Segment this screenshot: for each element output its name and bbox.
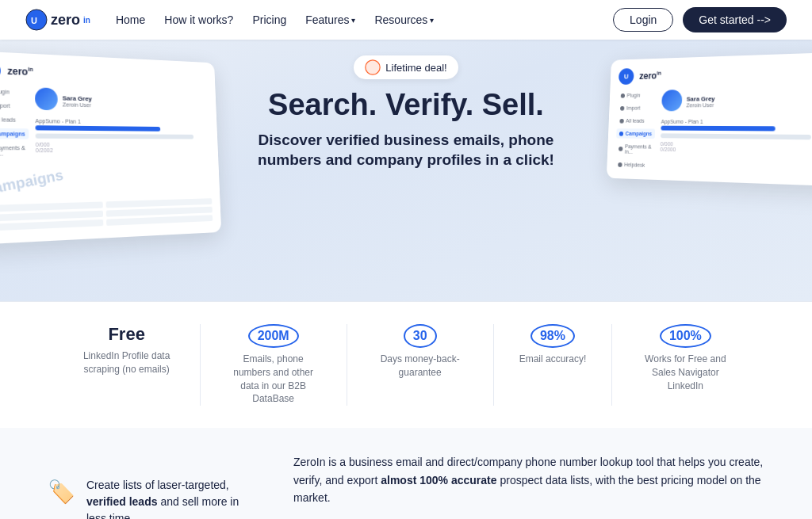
lifetime-badge: 🎯 Lifetime deal! (354, 55, 458, 79)
hero-title: Search. Verify. Sell. (16, 89, 796, 122)
stat-value-200m: 200M (226, 324, 321, 348)
stat-label-free: LinkedIn Profile data scraping (no email… (79, 349, 174, 376)
get-started-button[interactable]: Get started --> (683, 7, 787, 32)
desc-right: ZeroIn is a business email and direct/co… (293, 453, 764, 519)
logo[interactable]: U zeroin (25, 9, 90, 31)
stat-30: 30 Days money-back-guarantee (347, 324, 494, 406)
nav-pricing[interactable]: Pricing (252, 13, 286, 26)
svg-text:U: U (31, 16, 37, 25)
hero-section: U zeroin Plugin Import All leads Campaig… (0, 40, 812, 301)
stat-value-98: 98% (519, 324, 587, 348)
stat-98: 98% Email accuracy! (494, 324, 613, 406)
nav-features[interactable]: Features ▾ (305, 13, 355, 26)
stat-label-100: Works for Free and Sales Navigator Linke… (638, 353, 733, 392)
stat-100: 100% Works for Free and Sales Navigator … (612, 324, 758, 406)
hero-subtitle: Discover verified business emails, phone… (216, 130, 596, 170)
nav-resources[interactable]: Resources ▾ (374, 13, 434, 26)
stat-200m: 200M Emails, phone numbers and other dat… (201, 324, 347, 406)
tag-icon: 🏷️ (48, 479, 75, 505)
nav-how-it-works[interactable]: How it works? (164, 13, 233, 26)
nav-actions: Login Get started --> (613, 7, 787, 32)
stat-label-30: Days money-back-guarantee (373, 353, 468, 380)
nav-home[interactable]: Home (116, 13, 145, 26)
nav-links: Home How it works? Pricing Features ▾ Re… (116, 13, 588, 26)
chevron-down-icon: ▾ (430, 16, 434, 25)
hero-center: 🎯 Lifetime deal! Search. Verify. Sell. D… (0, 55, 812, 218)
stat-value-30: 30 (373, 324, 468, 348)
stat-value-free: Free (79, 324, 174, 345)
navbar: U zeroin Home How it works? Pricing Feat… (0, 0, 812, 40)
description-section: 🏷️ Create lists of laser-targeted, verif… (0, 428, 812, 519)
desc-left-text: Create lists of laser-targeted, verified… (86, 477, 254, 519)
login-button[interactable]: Login (613, 8, 673, 32)
chevron-down-icon: ▾ (351, 16, 355, 25)
stat-free: Free LinkedIn Profile data scraping (no … (54, 324, 201, 406)
badge-text: Lifetime deal! (385, 62, 446, 74)
stat-label-200m: Emails, phone numbers and other data in … (226, 353, 321, 406)
stat-label-98: Email accuracy! (519, 353, 587, 366)
stat-value-100: 100% (638, 324, 733, 348)
desc-right-text: ZeroIn is a business email and direct/co… (293, 453, 764, 506)
stats-section: Free LinkedIn Profile data scraping (no … (0, 301, 812, 428)
desc-left: 🏷️ Create lists of laser-targeted, verif… (48, 477, 254, 519)
